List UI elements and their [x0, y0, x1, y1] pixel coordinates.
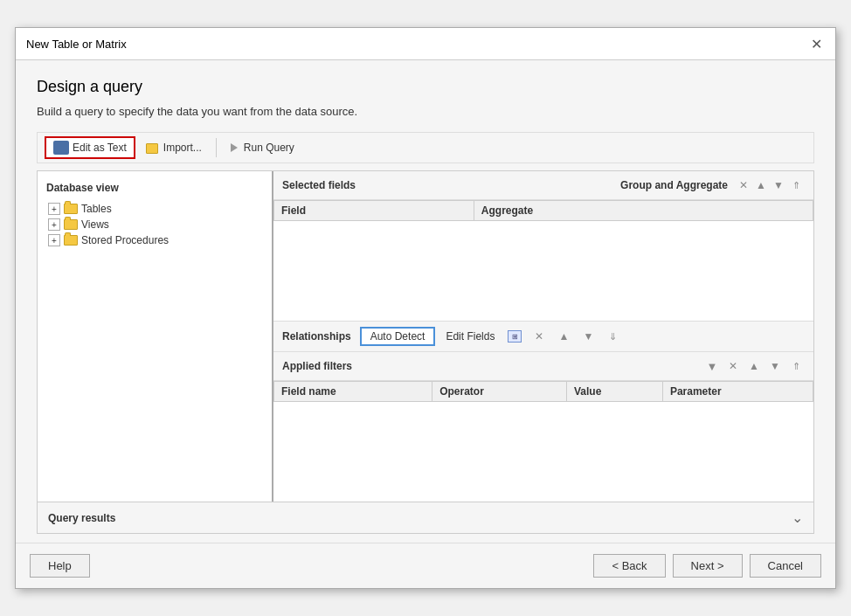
filters-table: Field name Operator Value Parameter — [273, 381, 813, 402]
ga-down-icon: ▼ — [773, 179, 784, 191]
ga-up-icon: ▲ — [756, 179, 766, 191]
relationships-label: Relationships — [282, 330, 351, 343]
edit-as-text-label: Edit as Text — [73, 142, 127, 154]
run-query-icon — [231, 143, 238, 152]
rel-expand-icon: ⇓ — [609, 331, 617, 343]
tables-folder-icon — [64, 204, 78, 214]
tables-label: Tables — [81, 203, 112, 215]
af-expand-icon: ⇑ — [792, 361, 800, 372]
af-delete-button[interactable]: ✕ — [724, 357, 742, 375]
rel-expand-button[interactable]: ⇓ — [603, 327, 622, 346]
footer-left: Help — [30, 554, 90, 578]
rel-delete-icon: ✕ — [535, 330, 543, 343]
database-panel: Database view + Tables + Views + — [38, 171, 273, 502]
tree-item-tables[interactable]: + Tables — [41, 201, 268, 217]
field-column-header: Field — [274, 201, 474, 221]
selected-fields-header: Selected fields Group and Aggregate ✕ ▲ … — [273, 171, 813, 200]
dialog-title: New Table or Matrix — [26, 38, 127, 51]
tree-item-views[interactable]: + Views — [41, 217, 268, 232]
import-button[interactable]: Import... — [137, 137, 211, 158]
main-area: Database view + Tables + Views + — [37, 170, 814, 502]
run-query-button[interactable]: Run Query — [222, 137, 303, 158]
rel-up-button[interactable]: ▲ — [554, 327, 573, 346]
next-label: Next > — [691, 559, 724, 572]
aggregate-column-header: Aggregate — [474, 201, 813, 221]
page-title: Design a query — [37, 78, 814, 96]
run-query-label: Run Query — [244, 142, 294, 154]
stored-procedures-label: Stored Procedures — [81, 234, 169, 246]
edit-fields-label: Edit Fields — [446, 330, 495, 343]
filter-icon: ▼ — [707, 360, 718, 373]
views-toggle[interactable]: + — [48, 218, 60, 231]
close-button[interactable]: ✕ — [807, 35, 825, 52]
toolbar-separator — [216, 138, 217, 157]
rel-delete-button[interactable]: ✕ — [529, 327, 549, 346]
group-aggregate-label: Group and Aggregate — [620, 179, 728, 191]
operator-column-header: Operator — [432, 382, 567, 402]
selected-fields-area: Field Aggregate — [273, 200, 813, 321]
selected-fields-table: Field Aggregate — [273, 200, 813, 221]
ga-delete-icon: ✕ — [739, 179, 748, 191]
ga-up-button[interactable]: ▲ — [752, 176, 770, 194]
selected-fields-title: Selected fields — [282, 179, 620, 191]
applied-filters-label: Applied filters — [282, 360, 700, 372]
af-down-icon: ▼ — [770, 360, 780, 372]
auto-detect-label: Auto Detect — [370, 330, 426, 343]
footer-right: < Back Next > Cancel — [593, 554, 821, 578]
stored-procedures-toggle[interactable]: + — [48, 234, 60, 246]
rel-down-button[interactable]: ▼ — [578, 327, 598, 346]
rel-up-icon: ▲ — [558, 330, 569, 343]
query-results-chevron-icon: ⌄ — [792, 509, 803, 526]
cancel-label: Cancel — [768, 559, 803, 572]
toolbar: Edit as Text Import... Run Query — [37, 132, 814, 163]
close-icon: ✕ — [811, 36, 822, 52]
views-folder-icon — [64, 219, 78, 230]
query-results-bar[interactable]: Query results ⌄ — [37, 502, 814, 534]
help-button[interactable]: Help — [30, 554, 90, 578]
filter-icon-btn[interactable]: ▼ — [703, 357, 721, 375]
back-label: < Back — [612, 559, 647, 572]
help-label: Help — [48, 559, 72, 572]
ga-expand-icon: ⇑ — [792, 180, 800, 191]
af-delete-icon: ✕ — [729, 360, 737, 372]
title-bar: New Table or Matrix ✕ — [16, 28, 835, 60]
views-label: Views — [81, 218, 109, 231]
applied-filters-header: Applied filters ▼ ✕ ▲ ▼ ⇑ — [273, 352, 813, 381]
database-view-header: Database view — [41, 178, 268, 201]
value-column-header: Value — [566, 382, 662, 402]
ga-down-button[interactable]: ▼ — [770, 176, 787, 194]
cancel-button[interactable]: Cancel — [750, 554, 821, 578]
af-expand-button[interactable]: ⇑ — [787, 357, 805, 375]
dialog-body: Design a query Build a query to specify … — [16, 60, 835, 543]
rel-table-icon: ⊞ — [508, 330, 522, 343]
back-button[interactable]: < Back — [593, 554, 665, 578]
query-results-label: Query results — [48, 512, 115, 524]
field-name-column-header: Field name — [274, 382, 432, 402]
af-down-button[interactable]: ▼ — [766, 357, 784, 375]
applied-filters-area: Field name Operator Value Parameter — [273, 381, 813, 502]
import-label: Import... — [163, 142, 202, 154]
rel-table-icon-btn[interactable]: ⊞ — [505, 327, 524, 346]
ga-expand-button[interactable]: ⇑ — [787, 176, 805, 194]
edit-as-text-button[interactable]: Edit as Text — [45, 136, 135, 159]
dialog-container: New Table or Matrix ✕ Design a query Bui… — [15, 27, 836, 589]
relationships-row: Relationships Auto Detect Edit Fields ⊞ … — [273, 321, 813, 352]
parameter-column-header: Parameter — [662, 382, 813, 402]
next-button[interactable]: Next > — [673, 554, 743, 578]
rel-down-icon: ▼ — [583, 330, 593, 343]
stored-procedures-folder-icon — [64, 235, 78, 246]
tree-item-stored-procedures[interactable]: + Stored Procedures — [41, 232, 268, 248]
page-description: Build a query to specify the data you wa… — [37, 105, 814, 118]
auto-detect-button[interactable]: Auto Detect — [360, 327, 436, 346]
af-up-icon: ▲ — [749, 360, 759, 372]
af-up-button[interactable]: ▲ — [745, 357, 763, 375]
import-icon — [146, 142, 160, 154]
ga-delete-button[interactable]: ✕ — [735, 176, 752, 194]
tables-toggle[interactable]: + — [48, 203, 60, 215]
dialog-footer: Help < Back Next > Cancel — [16, 543, 835, 588]
edit-as-text-icon — [53, 141, 69, 155]
edit-fields-button[interactable]: Edit Fields — [440, 329, 500, 344]
right-panel: Selected fields Group and Aggregate ✕ ▲ … — [273, 171, 813, 502]
